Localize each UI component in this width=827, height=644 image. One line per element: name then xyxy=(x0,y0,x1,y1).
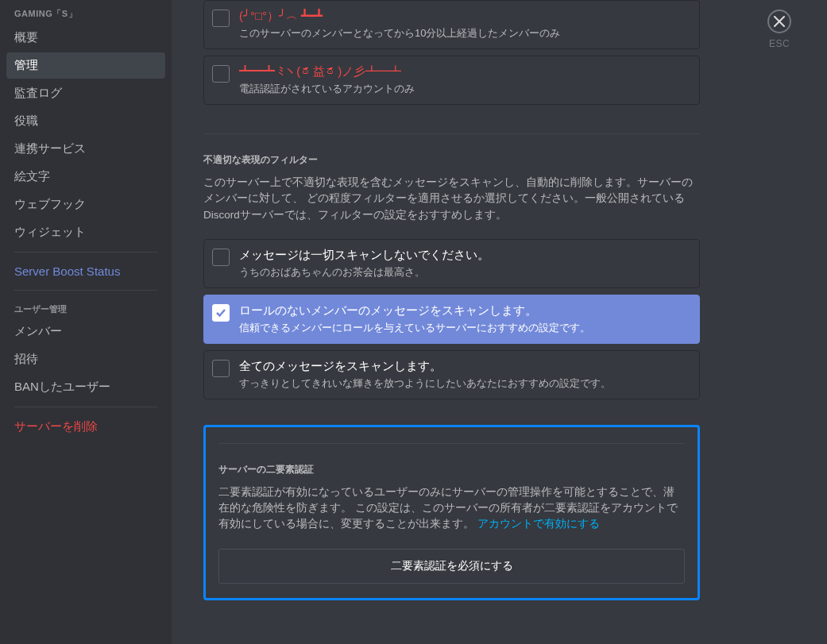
sidebar-item-integrations[interactable]: 連携サービス xyxy=(6,136,165,162)
option-text: メッセージは一切スキャンしないでください。うちのおばあちゃんのお茶会は最高さ。 xyxy=(239,248,691,280)
sidebar-user-header: ユーザー管理 xyxy=(6,297,165,318)
filter-option-none[interactable]: メッセージは一切スキャンしないでください。うちのおばあちゃんのお茶会は最高さ。 xyxy=(203,239,700,288)
option-desc: 電話認証がされているアカウントのみ xyxy=(239,82,691,96)
sidebar-item-bans[interactable]: BANしたユーザー xyxy=(6,374,165,400)
option-text: ロールのないメンバーのメッセージをスキャンします。信頼できるメンバーにロールを与… xyxy=(239,303,691,335)
filter-section-desc: このサーバー上で不適切な表現を含むメッセージをスキャンし、自動的に削除します。サ… xyxy=(203,175,700,223)
option-text: (╯°□°）╯︵ ┻━┻このサーバーのメンバーとなってから10分以上経過したメン… xyxy=(239,9,691,40)
option-text: ┻━┻ ﾐヽ(ಠ益ಠ)ノ彡┻━┻電話認証がされているアカウントのみ xyxy=(239,64,691,96)
sidebar-server-name: GAMING「S」 xyxy=(6,0,165,25)
checkbox[interactable] xyxy=(212,249,230,266)
sidebar-item-delete-server[interactable]: サーバーを削除 xyxy=(6,414,165,440)
sidebar-divider xyxy=(14,252,157,253)
checkbox[interactable] xyxy=(212,360,230,377)
checkbox[interactable] xyxy=(212,65,230,83)
option-title: 全てのメッセージをスキャンします。 xyxy=(239,359,691,374)
sidebar-item-roles[interactable]: 役職 xyxy=(6,108,165,134)
checkbox[interactable] xyxy=(212,304,230,322)
sidebar-item-webhooks[interactable]: ウェブフック xyxy=(6,191,165,218)
sidebar-item-members[interactable]: メンバー xyxy=(6,318,165,345)
settings-main-panel: (╯°□°）╯︵ ┻━┻このサーバーのメンバーとなってから10分以上経過したメン… xyxy=(172,0,732,644)
sidebar-item-widget[interactable]: ウィジェット xyxy=(6,219,165,245)
sidebar-divider xyxy=(14,290,157,291)
sidebar-divider xyxy=(14,407,157,407)
mfa-section-title: サーバーの二要素認証 xyxy=(218,463,685,476)
mfa-section-desc: 二要素認証が有効になっているユーザーのみにサーバーの管理操作を可能とすることで、… xyxy=(218,484,685,533)
option-desc: このサーバーのメンバーとなってから10分以上経過したメンバーのみ xyxy=(239,26,691,40)
filter-section-title: 不適切な表現のフィルター xyxy=(203,153,700,167)
option-title: メッセージは一切スキャンしないでください。 xyxy=(239,248,691,263)
section-divider xyxy=(218,443,685,444)
verification-option-10min[interactable]: (╯°□°）╯︵ ┻━┻このサーバーのメンバーとなってから10分以上経過したメン… xyxy=(203,0,700,49)
checkmark-icon xyxy=(215,307,226,318)
sidebar-item-overview[interactable]: 概要 xyxy=(6,25,165,51)
option-title: (╯°□°）╯︵ ┻━┻ xyxy=(239,9,691,24)
sidebar-item-moderation[interactable]: 管理 xyxy=(6,52,165,79)
option-title: ┻━┻ ﾐヽ(ಠ益ಠ)ノ彡┻━┻ xyxy=(239,64,691,79)
close-icon xyxy=(774,16,785,27)
option-desc: すっきりとしてきれいな輝きを放つようにしたいあなたにおすすめの設定です。 xyxy=(239,376,691,391)
filter-option-no-role[interactable]: ロールのないメンバーのメッセージをスキャンします。信頼できるメンバーにロールを与… xyxy=(203,295,700,344)
checkbox[interactable] xyxy=(212,10,230,27)
option-desc: 信頼できるメンバーにロールを与えているサーバーにおすすめの設定です。 xyxy=(239,321,691,335)
option-text: 全てのメッセージをスキャンします。すっきりとしてきれいな輝きを放つようにしたいあ… xyxy=(239,359,691,391)
sidebar-item-audit-log[interactable]: 監査ログ xyxy=(6,80,165,106)
sidebar-item-boost[interactable]: Server Boost Status xyxy=(6,259,165,283)
verification-option-phone[interactable]: ┻━┻ ﾐヽ(ಠ益ಠ)ノ彡┻━┻電話認証がされているアカウントのみ xyxy=(203,56,700,105)
mfa-highlight-box: サーバーの二要素認証 二要素認証が有効になっているユーザーのみにサーバーの管理操… xyxy=(203,425,700,600)
mfa-enable-link[interactable]: アカウントで有効にする xyxy=(477,518,600,530)
option-title: ロールのないメンバーのメッセージをスキャンします。 xyxy=(239,303,691,318)
close-area: ESC xyxy=(732,0,827,644)
close-label: ESC xyxy=(769,38,790,49)
sidebar-item-invites[interactable]: 招待 xyxy=(6,346,165,372)
option-desc: うちのおばあちゃんのお茶会は最高さ。 xyxy=(239,265,691,280)
sidebar-item-emoji[interactable]: 絵文字 xyxy=(6,164,165,190)
section-divider xyxy=(203,133,700,134)
close-button[interactable] xyxy=(767,10,791,33)
filter-option-all[interactable]: 全てのメッセージをスキャンします。すっきりとしてきれいな輝きを放つようにしたいあ… xyxy=(203,350,700,399)
mfa-require-button[interactable]: 二要素認証を必須にする xyxy=(218,549,685,584)
settings-sidebar: GAMING「S」 概要管理監査ログ役職連携サービス絵文字ウェブフックウィジェッ… xyxy=(0,0,172,644)
